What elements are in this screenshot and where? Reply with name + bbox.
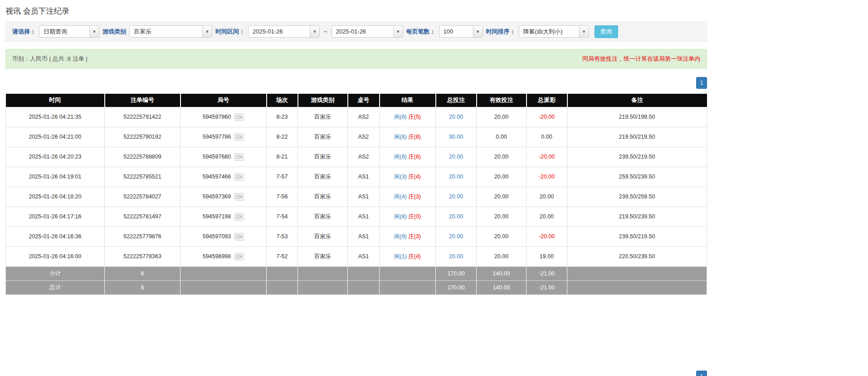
cell-valid-bet: 20.00 [477,167,527,187]
cell-note: 219.50/199.50 [567,107,707,127]
round-id-value: 594597860 [203,114,231,120]
cell-round-id: 594596998 [180,246,267,266]
cell-valid-bet: 20.00 [477,147,527,167]
round-id-value: 594597198 [203,213,231,220]
cell-session: 7-54 [267,207,298,227]
subtotal-row: 小计8170.00140.00-21.00 [6,266,707,280]
cell-payout: 19.00 [527,246,567,266]
summary-count: 8 [105,266,180,280]
cell-table-no: AS2 [348,147,380,167]
chevron-down-icon[interactable]: ▼ [310,26,319,37]
cell-total-bet[interactable]: 20.00 [436,246,477,266]
chevron-down-icon[interactable]: ▼ [202,26,212,37]
main-content: 视讯 会员下注纪录 请选择： 日期查询 ▼ 游戏类别 百家乐 ▼ 时间区间： 2… [5,0,707,295]
chevron-down-icon[interactable]: ▼ [579,26,589,37]
page-size-value[interactable]: 100 [439,26,473,37]
result-player: 闲(8) [394,134,407,140]
cell-game-type: 百家乐 [298,147,348,167]
cell-session: 7-53 [267,227,298,246]
round-id-value: 594597786 [203,134,231,140]
round-id-value: 594597093 [203,233,231,240]
cell-result: 闲(8) 庄(6) [380,147,436,167]
cell-valid-bet: 0.00 [477,127,527,147]
video-replay-icon[interactable] [234,253,244,260]
date-to-value[interactable]: 2025-01-26 [332,26,393,37]
summary-payout: -21.00 [527,280,567,294]
video-replay-icon[interactable] [234,173,244,181]
date-to-select[interactable]: 2025-01-26 ▼ [332,25,403,38]
cell-round-id: 594597466 [180,167,267,187]
cell-table-no: AS1 [348,207,380,227]
page-1-button[interactable]: 1 [696,371,707,376]
video-replay-icon[interactable] [234,113,244,121]
table-header: 时间 注单编号 局号 场次 游戏类别 桌号 结果 总投注 有效投注 总派彩 备注 [6,94,707,107]
game-type-value[interactable]: 百家乐 [130,26,202,37]
cell-table-no: AS1 [348,187,380,207]
video-replay-icon[interactable] [234,233,244,241]
query-type-value[interactable]: 日期查询 [39,26,89,37]
cell-note: 219.50/239.50 [567,207,707,227]
summary-empty-cell [267,280,298,294]
summary-empty-cell [267,266,298,280]
cell-game-type: 百家乐 [298,246,348,266]
round-id-wrap: 594597198 [203,213,244,221]
video-replay-icon[interactable] [234,213,244,221]
cell-bet-id: 522225788809 [105,147,180,167]
cell-total-bet[interactable]: 20.00 [436,147,477,167]
cell-note: 239.50/259.50 [567,187,707,207]
cell-note: 219.50/219.50 [567,127,707,147]
summary-valid-bet: 140.00 [477,266,527,280]
cell-total-bet[interactable]: 20.00 [436,207,477,227]
table-row: 2025-01-26 04:16:00522225778363594596998… [6,246,707,266]
date-from-value[interactable]: 2025-01-26 [249,26,310,37]
cell-payout: 20.00 [527,187,567,207]
header-result: 结果 [380,94,436,107]
chevron-down-icon[interactable]: ▼ [393,26,403,37]
summary-empty-cell [567,266,707,280]
cell-total-bet[interactable]: 20.00 [436,107,477,127]
cell-bet-id: 522225791422 [105,107,180,127]
sort-order-select[interactable]: 降冪(由大到小) ▼ [519,25,589,38]
video-replay-icon[interactable] [234,193,244,201]
cell-round-id: 594597198 [180,207,267,227]
cell-session: 7-52 [267,246,298,266]
cell-total-bet[interactable]: 20.00 [436,227,477,246]
top-pagination: 1 [5,77,707,89]
page-size-select[interactable]: 100 ▼ [439,25,483,38]
search-button[interactable]: 查询 [595,25,618,38]
summary-empty-cell [348,266,380,280]
cell-bet-id: 522225785521 [105,167,180,187]
video-replay-icon[interactable] [234,133,244,141]
round-id-wrap: 594596998 [203,253,244,260]
header-payout: 总派彩 [527,94,567,107]
notice-text: 同局有效投注，统一计算在该局第一张注单内 [582,55,700,63]
summary-empty-cell [180,280,267,294]
page-1-button[interactable]: 1 [696,77,707,89]
round-id-wrap: 594597093 [203,233,244,241]
sort-order-value[interactable]: 降冪(由大到小) [519,26,579,37]
cell-total-bet[interactable]: 30.00 [436,127,477,147]
cell-time: 2025-01-26 04:21:35 [6,107,105,127]
cell-valid-bet: 20.00 [477,246,527,266]
video-replay-icon[interactable] [234,153,244,161]
cell-result: 闲(8) 庄(8) [380,127,436,147]
cell-game-type: 百家乐 [298,207,348,227]
cell-valid-bet: 20.00 [477,187,527,207]
cell-time: 2025-01-26 04:16:36 [6,227,105,246]
table-row: 2025-01-26 04:17:16522225781497594597198… [6,207,707,227]
cell-table-no: AS2 [348,127,380,147]
result-banker: 庄(4) [408,253,421,260]
date-from-select[interactable]: 2025-01-26 ▼ [248,25,320,38]
cell-game-type: 百家乐 [298,187,348,207]
chevron-down-icon[interactable]: ▼ [473,26,483,37]
cell-total-bet[interactable]: 20.00 [436,167,477,187]
info-bar: 币别：人民币 | 总共 :8 注单 | 同局有效投注，统一计算在该局第一张注单内 [5,49,707,69]
cell-total-bet[interactable]: 20.00 [436,187,477,207]
chevron-down-icon[interactable]: ▼ [89,26,99,37]
round-id-value: 594597466 [203,174,231,180]
round-id-wrap: 594597466 [203,173,244,181]
cell-game-type: 百家乐 [298,167,348,187]
cell-result: 闲(8) 庄(0) [380,207,436,227]
query-type-select[interactable]: 日期查询 ▼ [39,25,99,38]
game-type-select[interactable]: 百家乐 ▼ [129,25,212,38]
